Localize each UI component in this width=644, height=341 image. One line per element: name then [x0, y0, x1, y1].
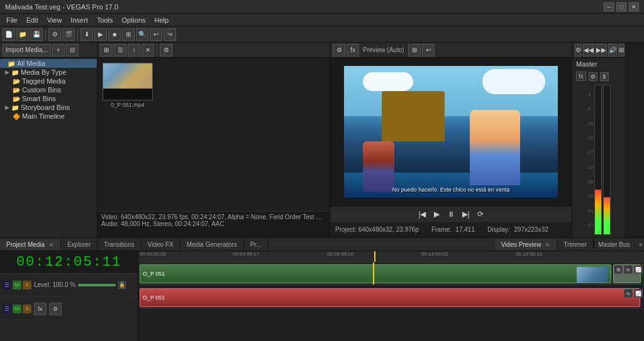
track-env-btn[interactable]: 📈	[634, 265, 643, 274]
left-tb-btn-1[interactable]: +	[52, 44, 65, 57]
prev-go-start[interactable]: |◀	[416, 210, 428, 219]
audio-fx-btn[interactable]: fx	[34, 303, 47, 315]
preview-undo-btn[interactable]: ↩	[422, 44, 435, 57]
new-button[interactable]: 📄	[3, 28, 15, 41]
timeline-ruler: 00:00:00:00 00:04:59:17 00:09:59:10 00:1…	[138, 251, 644, 263]
menu-view[interactable]: View	[43, 15, 66, 25]
preview-grid-btn[interactable]: ⊞	[408, 44, 421, 57]
media-settings-btn[interactable]: ⚙	[160, 44, 172, 57]
tree-item-media-by-type[interactable]: ▶ 📁 Media By Type	[0, 68, 97, 77]
display-info: Display: 297x223x32	[487, 226, 548, 233]
track-solo-btn[interactable]: S	[23, 281, 31, 290]
fx-label[interactable]: fx	[576, 72, 586, 81]
tb-btn-4[interactable]: ■	[108, 28, 121, 41]
prev-play[interactable]: ▶	[432, 210, 441, 219]
audio-timeline-track[interactable]: O_P 051 fx 📈	[138, 286, 644, 309]
tab-pr[interactable]: Pr...	[244, 239, 269, 250]
preview-video: No puedo hacerlo. Este chico no está en …	[344, 66, 558, 198]
tree-item-tagged-media[interactable]: 📂 Tagged Media	[0, 77, 97, 85]
audio-env-btn2[interactable]: 📈	[634, 289, 643, 298]
tab-project-media[interactable]: Project Media ✕	[0, 239, 61, 250]
tree-item-main-timeline[interactable]: 🔶 Main Timeline	[0, 112, 97, 121]
master-fx-row: fx ⚙ $	[572, 70, 625, 82]
media-thumb-op051[interactable]: 0_P 051.mp4	[103, 63, 153, 108]
menu-options[interactable]: Options	[118, 15, 150, 25]
track-lock-btn[interactable]: 🔒	[118, 281, 126, 289]
import-media-button[interactable]: Import Media...	[3, 44, 51, 57]
rp-btn-2[interactable]: ◀◀	[583, 44, 594, 57]
tab-close-preview[interactable]: ✕	[545, 242, 550, 248]
master-fx-btn3[interactable]: $	[600, 72, 609, 81]
menu-file[interactable]: File	[3, 15, 21, 25]
tb-btn-3[interactable]: ▶	[94, 28, 107, 41]
media-sep	[157, 45, 157, 56]
media-list-btn[interactable]: ☰	[114, 44, 126, 57]
timeline-left: 00:12:05:11 ☰ M S Level: 100.0 % 🔒	[0, 251, 138, 341]
media-sort-btn[interactable]: ↕	[128, 44, 140, 57]
preview-controls: |◀ ▶ ⏸ ▶| ⟳	[330, 206, 572, 221]
tb-btn-5[interactable]: ⊞	[122, 28, 135, 41]
master-bus-label: Master Bus	[594, 239, 634, 250]
prev-pause[interactable]: ⏸	[445, 210, 457, 219]
rp-settings[interactable]: ⊞	[618, 44, 625, 57]
tb-btn-8[interactable]: ↪	[164, 28, 176, 41]
track-expand-btn[interactable]: ⊞	[614, 265, 623, 274]
save-button[interactable]: 💾	[30, 28, 43, 41]
left-tb-btn-2[interactable]: ⊟	[66, 44, 79, 57]
tree-item-storyboard-bins[interactable]: ▶ 📁 Storyboard Bins	[0, 103, 97, 112]
minimize-button[interactable]: ─	[604, 3, 614, 11]
tb-btn-6[interactable]: 🔍	[136, 28, 148, 41]
tab-trimmer[interactable]: Trimmer	[557, 239, 594, 250]
tree-item-smart-bins[interactable]: 📂 Smart Bins	[0, 94, 97, 103]
video-clip[interactable]: O_P 051	[140, 264, 611, 283]
tb-btn-7[interactable]: ↩	[150, 28, 162, 41]
audio-clip[interactable]: O_P 051	[140, 288, 640, 307]
master-bus-close[interactable]: ✕	[638, 242, 643, 248]
rp-btn-3[interactable]: ▶▶	[596, 44, 607, 57]
tab-explorer[interactable]: Explorer	[61, 239, 97, 250]
tree-item-all-media[interactable]: 📁 All Media	[0, 59, 97, 68]
render-button[interactable]: 🎬	[62, 28, 75, 41]
tab-video-fx[interactable]: Video FX	[142, 239, 180, 250]
track-mute-btn[interactable]: M	[13, 281, 21, 290]
settings-button[interactable]: ⚙	[48, 28, 61, 41]
thumb-top-area	[103, 63, 152, 89]
meter-area: -3-9-15-21-27-33-39-45-51-57	[572, 82, 625, 237]
ruler-mark-3: 00:14:59:02	[421, 251, 448, 257]
import-button[interactable]: ⬇	[80, 28, 93, 41]
prev-loop[interactable]: ⟳	[475, 210, 486, 219]
open-button[interactable]: 📁	[16, 28, 29, 41]
rp-btn-1[interactable]: ⚙	[575, 44, 582, 57]
ruler-mark-0: 00:00:00:00	[140, 251, 166, 257]
close-button[interactable]: ✕	[629, 3, 639, 11]
level-slider[interactable]	[78, 284, 116, 286]
audio-settings-btn[interactable]: ⚙	[49, 303, 62, 315]
audio-solo-btn[interactable]: S	[23, 305, 31, 313]
media-delete-btn[interactable]: ✕	[142, 44, 154, 57]
title-bar: Malivada Test.veg - VEGAS Pro 17.0 ─ □ ✕	[0, 0, 644, 14]
rp-volume[interactable]: 🔊	[608, 44, 617, 57]
prev-go-end[interactable]: ▶|	[460, 210, 472, 219]
master-label: Master	[572, 58, 625, 70]
track-controls: ☰ M S Level: 100.0 % 🔒 ☰ M S	[0, 274, 138, 341]
menu-edit[interactable]: Edit	[23, 15, 42, 25]
tab-video-preview[interactable]: Video Preview ✕	[495, 239, 558, 250]
tab-media-generators[interactable]: Media Generators	[180, 239, 244, 250]
menu-insert[interactable]: Insert	[67, 15, 92, 25]
track-fx-btn[interactable]: fx	[624, 265, 633, 274]
tab-transitions[interactable]: Transitions	[97, 239, 142, 250]
preview-settings-btn[interactable]: ⚙	[333, 44, 345, 57]
menu-tools[interactable]: Tools	[93, 15, 117, 25]
video-timeline-track[interactable]: O_P 051 ⊞ fx 📈	[138, 263, 644, 285]
preview-fx-btn[interactable]: fx	[347, 44, 359, 57]
window-controls: ─ □ ✕	[604, 3, 639, 11]
tab-close-project-media[interactable]: ✕	[49, 242, 54, 248]
tree-item-custom-bins[interactable]: 📂 Custom Bins	[0, 85, 97, 94]
audio-track-icons: ☰ M S	[3, 305, 31, 313]
audio-env-btn[interactable]: fx	[624, 289, 633, 298]
maximize-button[interactable]: □	[616, 3, 626, 11]
media-view-btn[interactable]: ⊞	[100, 44, 113, 57]
audio-mute-btn[interactable]: M	[13, 305, 21, 313]
master-fx-btn2[interactable]: ⚙	[589, 72, 597, 81]
menu-help[interactable]: Help	[150, 15, 172, 25]
